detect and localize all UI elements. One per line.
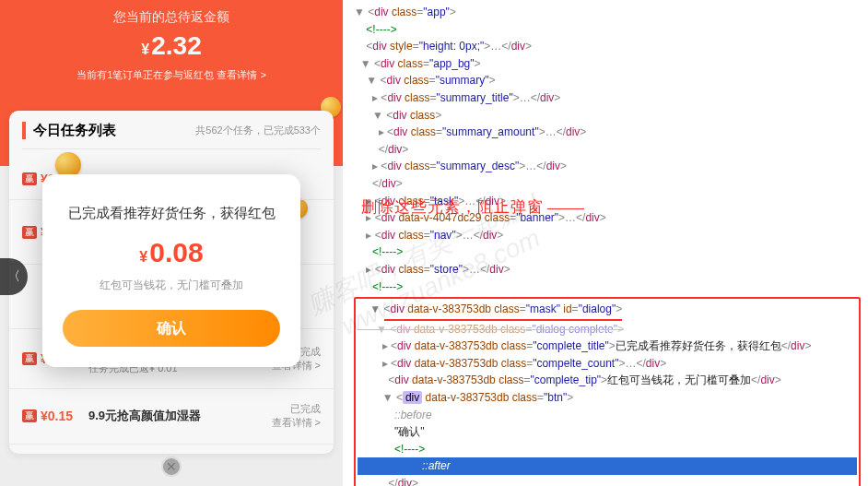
close-icon[interactable]: ✕ (161, 456, 182, 477)
dialog-mask[interactable]: 已完成看推荐好货任务，获得红包 ¥0.08 红包可当钱花，无门槛可叠加 确认 (0, 0, 343, 486)
app-preview: 您当前的总待返金额 ¥2.32 当前有1笔订单正在参与返红包 查看详情 > 今日… (0, 0, 343, 486)
dialog-amount: ¥0.08 (63, 237, 280, 268)
annotation-text: 删除这些元素，阻止弹窗 (361, 196, 584, 219)
dialog-tip: 红包可当钱花，无门槛可叠加 (63, 278, 280, 293)
highlighted-dom-block: ▼ <div data-v-383753db class="mask" id="… (354, 297, 861, 486)
devtools-panel[interactable]: ▼ <div class="app"> <!----> <div style="… (343, 0, 868, 486)
selected-dom-line[interactable]: ::after (358, 457, 857, 475)
dialog-title: 已完成看推荐好货任务，获得红包 (63, 202, 280, 224)
dialog: 已完成看推荐好货任务，获得红包 ¥0.08 红包可当钱花，无门槛可叠加 确认 (42, 174, 300, 367)
confirm-button[interactable]: 确认 (63, 310, 280, 347)
